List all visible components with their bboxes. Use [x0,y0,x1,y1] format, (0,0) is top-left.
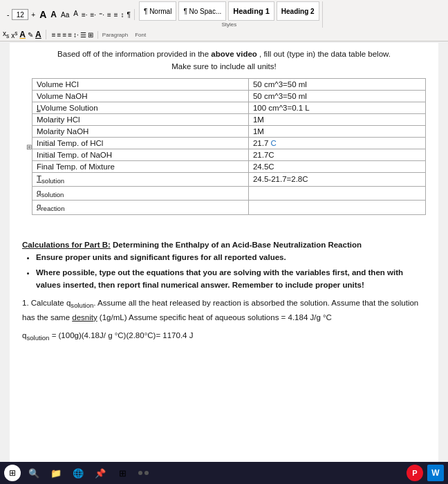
label-q-solution: qsolution [32,187,249,201]
style-no-spacing-label: ¶ No Spac... [183,8,221,15]
font-size-plus[interactable]: + [30,11,37,19]
font-A-small[interactable]: A [49,10,58,19]
align-center[interactable]: ≡ [57,31,62,39]
border-btn[interactable]: ⊞ [88,31,93,39]
align-left[interactable]: ≡ [52,31,56,39]
pin-icon: 📌 [95,468,106,478]
style-heading1[interactable]: Heading 1 [228,1,274,21]
label-volume-hcl: Volume HCl [32,78,249,90]
table-row: Volume NaOH 50 cm^3=50 ml [32,90,426,102]
value-molarity-naoh[interactable]: 1M [248,125,425,137]
table-row: Initial Temp. of NaOH 21.7C [32,149,426,160]
word-icon: W [431,468,439,478]
label-lvolume: LVolume Solution [32,102,249,113]
style-normal[interactable]: ¶ Normal [139,1,176,21]
folder-icon: 📁 [50,468,62,478]
label-final-temp: Final Temp. of Mixture [32,160,249,172]
font-group: - 12 + A A Aa A⁠ ≡· ≡· ⁼· ≡ ≡ ↕ ¶ [3,9,135,20]
value-molarity-hcl[interactable]: 1M [248,113,425,125]
blue-c: C [271,139,277,147]
search-icon: ⊞ [9,468,16,478]
subscript-x[interactable]: xs [3,30,9,39]
grid-button[interactable]: ⊞ [113,464,131,482]
table-expand-icon[interactable]: ⊞ [26,142,32,150]
taskbar: ⊞ 🔍 📁 🌐 📌 ⊞ P W [0,462,448,484]
instructions-text1: Based off of the information provided in… [57,50,211,58]
style-heading1-label: Heading 1 [233,7,270,15]
table-row: Volume HCl 50 cm^3=50 ml [32,78,426,90]
value-t-solution[interactable]: 24.5-21.7=2.8C [248,172,425,186]
value-final-temp[interactable]: 24.5C [248,160,425,172]
label-volume-naoh: Volume NaOH [32,90,249,102]
font-Aa[interactable]: Aa [59,11,71,19]
browser-icon: 🌐 [73,468,84,478]
magnifier-icon: 🔍 [28,468,39,478]
value-q-reaction[interactable] [248,201,425,214]
style-heading2[interactable]: Heading 2 [277,1,319,21]
table-row: Molarity HCl 1M [32,113,426,125]
document-content: Based off of the information provided in… [10,43,438,465]
label-molarity-hcl: Molarity HCl [32,113,249,125]
value-q-solution[interactable] [248,187,425,201]
windows-search-button[interactable]: ⊞ [4,465,21,481]
paragraph-label: Paragraph [102,32,128,38]
value-lvolume[interactable]: 100 cm^3=0.1 L [248,102,425,113]
superscript-x[interactable]: xs [11,30,17,39]
ribbon-toolbar: - 12 + A A Aa A⁠ ≡· ≡· ⁼· ≡ ≡ ↕ ¶ ¶ Norm… [0,0,448,41]
line-spacing[interactable]: ↕· [73,31,79,39]
dot-indicator [138,471,142,475]
instructions-bold: above video [211,50,256,58]
dot-indicator2 [144,471,149,475]
align-justify[interactable]: ≡ [68,31,72,39]
formula-line[interactable]: qsolution = (100g)(4.18J/ g °C)(2.80°C)=… [22,329,426,344]
file-explorer-button[interactable]: 📁 [47,464,65,482]
value-init-temp-naoh[interactable]: 21.7C [248,149,425,160]
label-q-reaction: qreaction [32,201,249,214]
data-table-wrapper: ⊞ Volume HCl 50 cm^3=50 ml Volume NaOH 5… [22,78,426,215]
font-color-A[interactable]: A [19,30,26,39]
styles-group: ¶ Normal ¶ No Spac... Heading 1 Heading … [136,1,323,28]
formula-q: qsolution [22,331,49,339]
font-eraser[interactable]: A⁠ [72,10,80,19]
table-row: qreaction [32,201,426,214]
align-right[interactable]: ≡ [62,31,66,39]
red-app-icon: P [412,469,417,477]
style-no-spacing[interactable]: ¶ No Spac... [178,1,226,21]
instructions: Based off of the information provided in… [22,48,426,73]
font-label: Font [135,32,146,38]
calc-title-prefix: Calculations for Part B: [22,241,111,249]
data-table: Volume HCl 50 cm^3=50 ml Volume NaOH 50 … [32,78,426,215]
red-app-button[interactable]: P [407,465,423,481]
style-heading2-label: Heading 2 [281,8,315,15]
formula-equals: = (100g)(4.18J/ g °C)(2.80°C)= 1170.4 J [52,331,194,339]
font-size-minus[interactable]: - [6,11,10,19]
label-t-solution: Tsolution [32,172,249,186]
table-row: Molarity NaOH 1M [32,125,426,137]
font-size-input[interactable]: 12 [12,9,28,20]
label-molarity-naoh: Molarity NaOH [32,125,249,137]
table-row: Final Temp. of Mixture 24.5C [32,160,426,172]
pin-button[interactable]: 📌 [91,464,109,482]
grid-icon: ⊞ [119,468,127,478]
table-row: qsolution [32,187,426,201]
styles-label: Styles [221,21,236,28]
value-volume-naoh[interactable]: 50 cm^3=50 ml [248,90,425,102]
instructions-text3: Make sure to include all units! [171,62,277,71]
search-button[interactable]: 🔍 [25,464,43,482]
bullet-item-1: Ensure proper units and significant figu… [36,251,426,263]
instructions-text2: , fill out (type in) the data table belo… [259,50,391,58]
font-A-large[interactable]: A [38,9,48,20]
table-row: Initial Temp. of HCl 21.7 C [32,137,426,149]
numbered-item-1: 1. Calculate qsolution. Assume all the h… [22,297,426,324]
label-init-temp-hcl: Initial Temp. of HCl [32,137,249,149]
highlight-icon[interactable]: ✎ [28,31,33,39]
bullet-list: Ensure proper units and significant figu… [36,251,426,291]
value-init-temp-hcl[interactable]: 21.7 C [248,137,425,149]
value-volume-hcl[interactable]: 50 cm^3=50 ml [248,78,425,90]
underline-A[interactable]: A [35,30,41,39]
label-init-temp-naoh: Initial Temp. of NaOH [32,149,249,160]
word-button[interactable]: W [427,465,444,481]
browser-button[interactable]: 🌐 [69,464,87,482]
shade-btn[interactable]: ☰ [80,31,86,39]
item-text: Calculate qsolution. Assume all the heat… [22,299,418,322]
